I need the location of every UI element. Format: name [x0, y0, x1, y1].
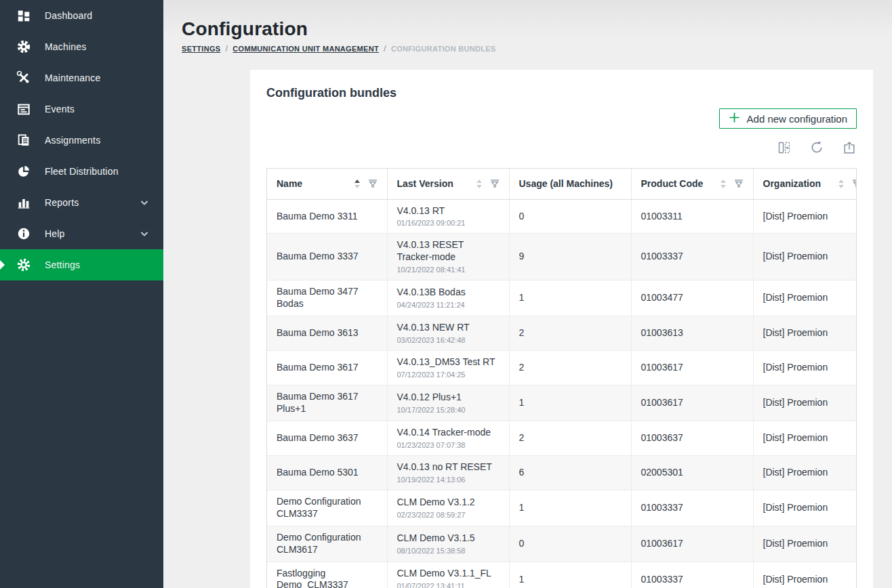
cell-last-version: V4.0.13_DM53 Test RT07/12/2023 17:04:25 — [387, 351, 509, 385]
sidebar-item-machines[interactable]: Machines — [0, 31, 163, 62]
version-timestamp: 03/02/2023 16:42:48 — [397, 335, 500, 345]
sidebar-item-maintenance[interactable]: Maintenance — [0, 62, 163, 93]
version-label: CLM Demo V3.1.2 — [397, 497, 500, 509]
refresh-icon — [809, 140, 824, 157]
cell-organization: [Dist] Proemion — [753, 455, 856, 490]
cell-name: Bauma Demo 3617 Plus+1 — [267, 385, 387, 421]
cell-organization: [Dist] Proemion — [753, 490, 856, 526]
table-row[interactable]: Bauma Demo 5301V4.0.13 no RT RESET10/19/… — [267, 455, 856, 490]
sidebar-item-events[interactable]: Events — [0, 93, 163, 125]
dashboard-icon — [16, 8, 31, 23]
sidebar-item-dashboard[interactable]: Dashboard — [0, 0, 163, 31]
tools-icon — [16, 70, 31, 85]
column-label: Usage (all Machines) — [519, 178, 613, 189]
version-label: V4.0.12 Plus+1 — [397, 392, 500, 404]
column-header-last-version[interactable]: Last Version — [387, 169, 509, 199]
cell-last-version: CLM Demo V3.1.202/23/2022 08:59:27 — [387, 490, 509, 526]
version-label: V4.0.13_DM53 Test RT — [397, 356, 500, 369]
table-row[interactable]: Demo Configuration CLM3337CLM Demo V3.1.… — [267, 490, 856, 526]
configuration-bundles-panel: Configuration bundles Add new configurat… — [250, 70, 873, 588]
cell-usage: 1 — [509, 385, 631, 421]
sidebar-item-reports[interactable]: Reports — [0, 187, 163, 218]
cell-product-code: 01003613 — [631, 316, 753, 351]
cell-last-version: V4.0.13 RESET Tracker-mode10/21/2022 08:… — [387, 234, 509, 280]
filter-icon[interactable] — [734, 179, 744, 188]
sidebar-item-label: Maintenance — [45, 72, 100, 83]
version-timestamp: 02/23/2022 08:59:27 — [397, 510, 500, 520]
add-button-label: Add new configuration — [747, 113, 847, 125]
sidebar-item-settings[interactable]: Settings — [0, 249, 163, 280]
bar-chart-icon — [16, 195, 31, 210]
cell-organization: [Dist] Proemion — [753, 562, 856, 588]
sort-icon[interactable] — [471, 180, 482, 188]
button-row: Add new configuration — [266, 108, 857, 129]
table-row[interactable]: Bauma Demo 3617V4.0.13_DM53 Test RT07/12… — [267, 351, 856, 385]
table-row[interactable]: Demo Configuration CLM3617CLM Demo V3.1.… — [267, 526, 856, 562]
breadcrumb-communication-unit-management[interactable]: COMMUNICATION UNIT MANAGEMENT — [232, 45, 379, 53]
export-button[interactable] — [842, 140, 857, 157]
sidebar-item-label: Settings — [45, 259, 80, 270]
table-row[interactable]: Fastlogging Demo_CLM3337CLM Demo V3.1.1_… — [267, 562, 856, 588]
page-title: Configuration — [182, 18, 873, 41]
cell-name: Bauma Demo 5301 — [267, 455, 387, 490]
cell-product-code: 01003311 — [631, 199, 753, 234]
add-new-configuration-button[interactable]: Add new configuration — [719, 108, 857, 129]
table-row[interactable]: Bauma Demo 3477 BodasV4.0.13B Bodas04/24… — [267, 280, 856, 316]
column-chooser-button[interactable] — [777, 140, 792, 157]
configuration-table: NameLast VersionUsage (all Machines)Prod… — [267, 169, 856, 588]
refresh-button[interactable] — [809, 140, 824, 157]
sidebar-item-label: Assignments — [45, 135, 100, 146]
cell-usage: 2 — [509, 421, 631, 455]
sort-icon[interactable] — [833, 180, 844, 188]
plus-icon — [729, 112, 740, 125]
cell-product-code: 01003337 — [631, 490, 753, 526]
info-icon — [16, 226, 31, 241]
cell-product-code: 01003477 — [631, 280, 753, 316]
breadcrumb-configuration-bundles: CONFIGURATION BUNDLES — [391, 45, 496, 53]
version-timestamp: 04/24/2023 11:21:24 — [397, 300, 500, 310]
breadcrumb-settings[interactable]: SETTINGS — [182, 45, 220, 53]
filter-icon[interactable] — [368, 179, 378, 188]
version-label: V4.0.14 Tracker-mode — [397, 427, 500, 439]
column-header-organization[interactable]: Organization — [753, 169, 856, 199]
sidebar-item-fleet-distribution[interactable]: Fleet Distribution — [0, 156, 163, 187]
version-timestamp: 10/21/2022 08:41:41 — [397, 265, 500, 274]
cell-last-version: V4.0.13 NEW RT03/02/2023 16:42:48 — [387, 316, 509, 351]
breadcrumb-separator: / — [225, 43, 228, 54]
version-label: V4.0.13 RESET Tracker-mode — [397, 239, 500, 264]
column-header-product-code[interactable]: Product Code — [631, 169, 753, 199]
cell-organization: [Dist] Proemion — [753, 234, 856, 280]
sidebar-item-help[interactable]: Help — [0, 218, 163, 249]
page-header: Configuration SETTINGS/COMMUNICATION UNI… — [163, 0, 892, 54]
table-row[interactable]: Bauma Demo 3613V4.0.13 NEW RT03/02/2023 … — [267, 316, 856, 351]
cell-name: Bauma Demo 3637 — [267, 421, 387, 455]
sort-icon[interactable] — [349, 180, 360, 188]
table-row[interactable]: Bauma Demo 3311V4.0.13 RT01/16/2023 09:0… — [267, 199, 856, 234]
cell-last-version: V4.0.14 Tracker-mode01/23/2023 07:07:38 — [387, 421, 509, 455]
cell-usage: 1 — [509, 562, 631, 588]
column-header-name[interactable]: Name — [267, 169, 387, 199]
table-row[interactable]: Bauma Demo 3337V4.0.13 RESET Tracker-mod… — [267, 234, 856, 280]
cell-name: Demo Configuration CLM3617 — [267, 526, 387, 562]
sort-icon[interactable] — [715, 180, 726, 188]
cell-last-version: V4.0.13 no RT RESET10/19/2022 14:13:06 — [387, 455, 509, 490]
version-timestamp: 08/10/2022 15:38:58 — [397, 546, 500, 555]
filter-icon[interactable] — [490, 179, 500, 188]
filter-icon[interactable] — [852, 179, 856, 188]
grid-viewport: NameLast VersionUsage (all Machines)Prod… — [267, 169, 856, 588]
sidebar-item-assignments[interactable]: Assignments — [0, 125, 163, 156]
column-label: Organization — [763, 178, 822, 189]
version-label: V4.0.13B Bodas — [397, 287, 500, 299]
cell-usage: 2 — [509, 316, 631, 351]
table-row[interactable]: Bauma Demo 3637V4.0.14 Tracker-mode01/23… — [267, 421, 856, 455]
table-row[interactable]: Bauma Demo 3617 Plus+1V4.0.12 Plus+110/1… — [267, 385, 856, 421]
version-timestamp: 07/12/2023 17:04:25 — [397, 370, 500, 379]
documents-icon — [16, 133, 31, 148]
cell-name: Bauma Demo 3311 — [267, 199, 387, 234]
breadcrumb: SETTINGS/COMMUNICATION UNIT MANAGEMENT/C… — [182, 43, 873, 54]
version-label: CLM Demo V3.1.1_FL — [397, 568, 500, 580]
column-header-usage-all-machines[interactable]: Usage (all Machines) — [509, 169, 631, 199]
version-label: CLM Demo V3.1.5 — [397, 532, 500, 545]
cell-usage: 1 — [509, 280, 631, 316]
sidebar-item-label: Fleet Distribution — [45, 166, 119, 177]
